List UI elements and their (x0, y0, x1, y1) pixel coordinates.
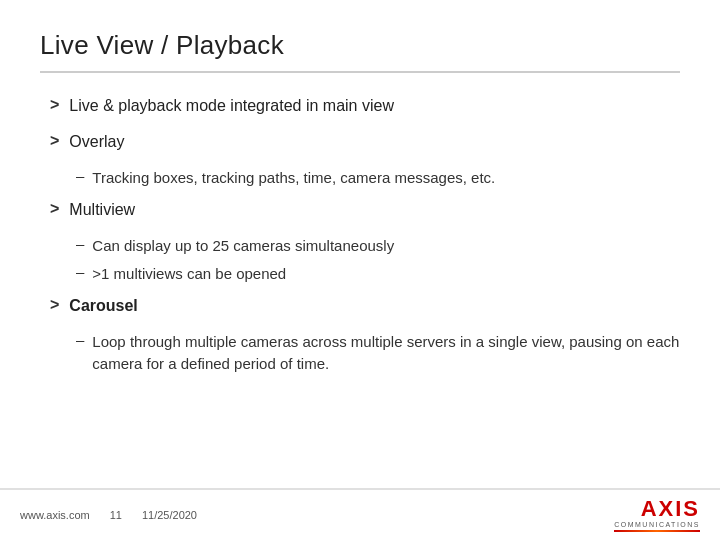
title-divider (40, 71, 680, 73)
bullet-item-carousel: > Carousel (50, 295, 680, 317)
sub-text-multiview-2: >1 multiviews can be opened (92, 263, 286, 285)
bullet-item-multiview: > Multiview (50, 199, 680, 221)
footer-date: 11/25/2020 (142, 509, 197, 521)
bullet-arrow-1: > (50, 96, 59, 114)
bullet-text-multiview: Multiview (69, 199, 135, 221)
sub-bullet-overlay-1: – Tracking boxes, tracking paths, time, … (76, 167, 680, 189)
slide-container: Live View / Playback > Live & playback m… (0, 0, 720, 540)
sub-text-carousel-1: Loop through multiple cameras across mul… (92, 331, 680, 375)
sub-bullet-multiview-2: – >1 multiviews can be opened (76, 263, 680, 285)
footer-left: www.axis.com 11 11/25/2020 (20, 509, 197, 521)
sub-bullets-multiview: – Can display up to 25 cameras simultane… (76, 235, 680, 285)
bullet-text-overlay: Overlay (69, 131, 124, 153)
sub-text-multiview-1: Can display up to 25 cameras simultaneou… (92, 235, 394, 257)
sub-bullet-multiview-1: – Can display up to 25 cameras simultane… (76, 235, 680, 257)
page-title: Live View / Playback (40, 30, 680, 61)
sub-bullet-carousel-1: – Loop through multiple cameras across m… (76, 331, 680, 375)
bullet-text-live: Live & playback mode integrated in main … (69, 95, 394, 117)
footer-website: www.axis.com (20, 509, 90, 521)
footer-slide-number: 11 (110, 509, 122, 521)
bullet-arrow-4: > (50, 296, 59, 314)
sub-text-overlay-1: Tracking boxes, tracking paths, time, ca… (92, 167, 495, 189)
axis-logo-subtitle: COMMUNICATIONS (614, 521, 700, 528)
sub-dash-2: – (76, 235, 84, 252)
footer: www.axis.com 11 11/25/2020 AXIS COMMUNIC… (0, 488, 720, 540)
sub-dash-3: – (76, 263, 84, 280)
bullet-item-live: > Live & playback mode integrated in mai… (50, 95, 680, 117)
sub-bullets-overlay: – Tracking boxes, tracking paths, time, … (76, 167, 680, 189)
bullet-arrow-2: > (50, 132, 59, 150)
axis-logo-bar (614, 530, 700, 532)
sub-dash-1: – (76, 167, 84, 184)
sub-dash-4: – (76, 331, 84, 348)
sub-bullets-carousel: – Loop through multiple cameras across m… (76, 331, 680, 375)
axis-logo-text: AXIS (641, 498, 700, 520)
bullet-item-overlay: > Overlay (50, 131, 680, 153)
bullet-text-carousel: Carousel (69, 295, 137, 317)
bullet-arrow-3: > (50, 200, 59, 218)
content-area: > Live & playback mode integrated in mai… (40, 95, 680, 375)
axis-logo: AXIS COMMUNICATIONS (614, 498, 700, 532)
